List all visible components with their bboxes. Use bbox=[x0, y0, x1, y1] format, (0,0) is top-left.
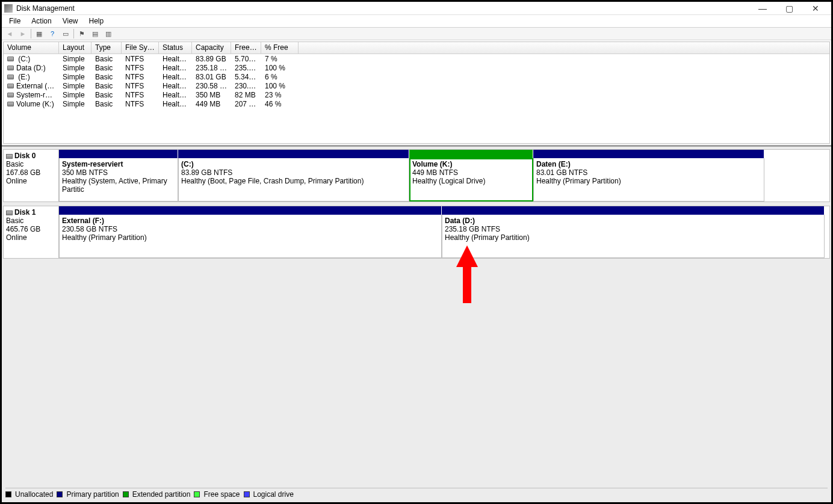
drive-icon bbox=[7, 93, 14, 97]
swatch-logical bbox=[244, 491, 250, 497]
disk-row[interactable]: Disk 1Basic465.76 GBOnlineExternal (F:)2… bbox=[3, 206, 830, 259]
swatch-free bbox=[194, 491, 200, 497]
toolbar: ◄ ► ▦ ? ▭ ⚑ ▤ ▥ bbox=[2, 27, 831, 40]
partition[interactable]: Data (D:)235.18 GB NTFSHealthy (Primary … bbox=[442, 215, 825, 258]
help-icon[interactable]: ? bbox=[47, 28, 58, 39]
col-fs[interactable]: File System bbox=[122, 42, 159, 54]
volume-row[interactable]: Data (D:)SimpleBasicNTFSHealthy ...235.1… bbox=[4, 63, 829, 72]
legend-primary: Primary partition bbox=[66, 490, 119, 499]
close-button[interactable]: ✕ bbox=[802, 2, 829, 15]
col-type[interactable]: Type bbox=[91, 42, 122, 54]
volume-row[interactable]: (C:)SimpleBasicNTFSHealthy ...83.89 GB5.… bbox=[4, 54, 829, 63]
legend-extended: Extended partition bbox=[132, 490, 191, 499]
maximize-button[interactable]: ▢ bbox=[776, 2, 802, 15]
menu-help[interactable]: Help bbox=[84, 16, 109, 26]
partition[interactable]: System-reserviert350 MB NTFSHealthy (Sys… bbox=[59, 158, 178, 201]
app-icon bbox=[4, 4, 13, 13]
disk-info[interactable]: Disk 0Basic167.68 GBOnline bbox=[4, 150, 59, 201]
table-icon[interactable]: ▦ bbox=[34, 28, 45, 39]
titlebar[interactable]: Disk Management — ▢ ✕ bbox=[2, 2, 831, 15]
volume-row[interactable]: Volume (K:)SimpleBasicNTFSHealthy ...449… bbox=[4, 99, 829, 108]
menu-action[interactable]: Action bbox=[26, 16, 56, 26]
legend-unallocated: Unallocated bbox=[15, 490, 53, 499]
swatch-unallocated bbox=[5, 491, 11, 497]
drive-icon bbox=[7, 84, 14, 88]
drive-icon bbox=[7, 102, 14, 106]
window-title: Disk Management bbox=[16, 4, 75, 13]
swatch-extended bbox=[123, 491, 129, 497]
disk-graphic-area: Disk 0Basic167.68 GBOnlineSystem-reservi… bbox=[2, 145, 831, 502]
col-pctfree[interactable]: % Free bbox=[261, 42, 299, 54]
partition-stripe bbox=[178, 150, 409, 158]
partition[interactable]: Volume (K:)449 MB NTFSHealthy (Logical D… bbox=[409, 158, 533, 201]
partition[interactable]: (C:)83.89 GB NTFSHealthy (Boot, Page Fil… bbox=[178, 158, 409, 201]
menubar: File Action View Help bbox=[2, 15, 831, 27]
settings-icon[interactable]: ⚑ bbox=[76, 28, 87, 39]
partition-stripe bbox=[409, 150, 533, 158]
list-icon[interactable]: ▤ bbox=[90, 28, 101, 39]
menu-file[interactable]: File bbox=[4, 16, 25, 26]
drive-icon bbox=[7, 66, 14, 70]
legend-logical: Logical drive bbox=[253, 490, 294, 499]
swatch-primary bbox=[57, 491, 63, 497]
col-volume[interactable]: Volume bbox=[4, 42, 59, 54]
partition-stripe bbox=[59, 206, 442, 215]
volume-row[interactable]: (E:)SimpleBasicNTFSHealthy ...83.01 GB5.… bbox=[4, 72, 829, 81]
volume-row[interactable]: System-reservi...SimpleBasicNTFSHealthy … bbox=[4, 90, 829, 99]
partition-stripe bbox=[533, 150, 764, 158]
menu-view[interactable]: View bbox=[58, 16, 83, 26]
forward-icon[interactable]: ► bbox=[17, 28, 28, 39]
drive-icon bbox=[7, 75, 14, 79]
partition[interactable]: External (F:)230.58 GB NTFSHealthy (Prim… bbox=[59, 215, 442, 258]
col-capacity[interactable]: Capacity bbox=[192, 42, 231, 54]
drive-icon bbox=[7, 57, 14, 61]
properties-icon[interactable]: ▭ bbox=[60, 28, 71, 39]
disk-management-window: Disk Management — ▢ ✕ File Action View H… bbox=[2, 2, 831, 502]
volume-list[interactable]: Volume Layout Type File System Status Ca… bbox=[3, 41, 830, 144]
volume-row[interactable]: External (F:)SimpleBasicNTFSHealthy ...2… bbox=[4, 81, 829, 90]
disk-info[interactable]: Disk 1Basic465.76 GBOnline bbox=[4, 206, 59, 258]
partition-stripe bbox=[442, 206, 825, 215]
col-layout[interactable]: Layout bbox=[59, 42, 91, 54]
minimize-button[interactable]: — bbox=[749, 2, 776, 15]
legend-free: Free space bbox=[203, 490, 240, 499]
back-icon[interactable]: ◄ bbox=[4, 28, 15, 39]
volume-list-header[interactable]: Volume Layout Type File System Status Ca… bbox=[4, 42, 829, 54]
partition-stripe bbox=[59, 150, 178, 158]
disk-icon bbox=[6, 154, 13, 159]
legend: Unallocated Primary partition Extended p… bbox=[5, 488, 828, 499]
col-free[interactable]: Free S... bbox=[231, 42, 261, 54]
disk-icon bbox=[6, 211, 13, 215]
disk-row[interactable]: Disk 0Basic167.68 GBOnlineSystem-reservi… bbox=[3, 149, 830, 202]
col-status[interactable]: Status bbox=[159, 42, 192, 54]
partition[interactable]: Daten (E:)83.01 GB NTFSHealthy (Primary … bbox=[533, 158, 764, 201]
detail-icon[interactable]: ▥ bbox=[103, 28, 114, 39]
